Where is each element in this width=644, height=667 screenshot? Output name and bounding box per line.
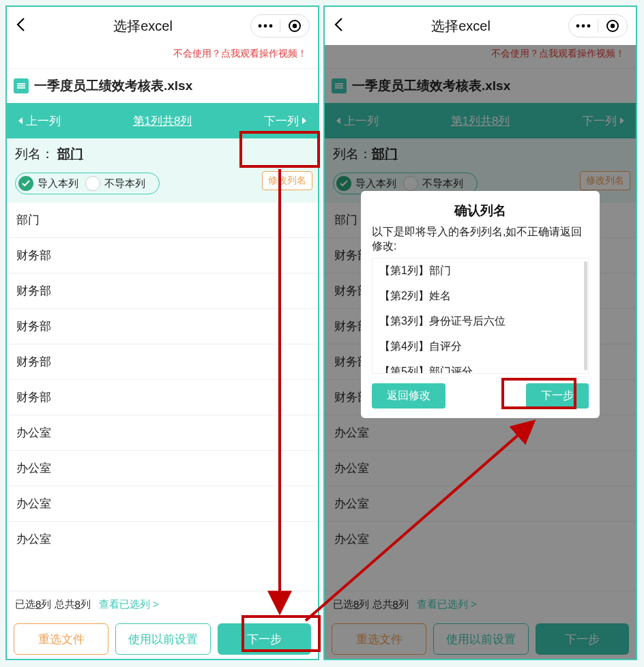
- footer-buttons: 重选文件 使用以前设置 下一步: [7, 623, 318, 655]
- list-item: 【第4列】自评分: [372, 334, 588, 359]
- back-icon[interactable]: [333, 16, 353, 37]
- list-item: 办公室: [7, 522, 318, 556]
- modal-back-button[interactable]: 返回修改: [372, 383, 445, 409]
- import-no-radio[interactable]: 不导本列: [85, 176, 145, 191]
- svg-point-1: [264, 25, 267, 28]
- list-item: 办公室: [7, 451, 318, 486]
- list-item: 财务部: [7, 380, 318, 415]
- svg-point-2: [269, 25, 273, 28]
- next-step-button[interactable]: 下一步: [218, 623, 311, 655]
- more-icon[interactable]: [251, 24, 280, 28]
- column-config: 列名： 部门 导入本列 不导本列 修改列名: [7, 138, 318, 203]
- screen-left: 选择excel 不会使用？点我观看操作视频！ 一季度员工绩效考核表.xlsx 上: [5, 5, 319, 660]
- svg-rect-7: [17, 87, 25, 89]
- list-item: 【第3列】身份证号后六位: [372, 309, 588, 334]
- list-item: 【第1列】部门: [372, 258, 588, 284]
- reselect-file-button[interactable]: 重选文件: [14, 623, 108, 655]
- more-icon[interactable]: [569, 24, 598, 28]
- back-icon[interactable]: [15, 16, 35, 37]
- rename-column-button[interactable]: 修改列名: [262, 171, 312, 190]
- svg-rect-5: [17, 83, 25, 85]
- target-icon[interactable]: [280, 19, 309, 33]
- wx-capsule[interactable]: [568, 14, 628, 38]
- list-item: 财务部: [7, 238, 318, 273]
- data-list: 部门 财务部 财务部 财务部 财务部 财务部 办公室 办公室 办公室 办公室 办…: [7, 203, 318, 556]
- target-icon[interactable]: [598, 19, 627, 33]
- column-nav: 上一列 第1列共8列 下一列: [7, 103, 318, 138]
- modal-title: 确认列名: [372, 202, 589, 220]
- column-label-prefix: 列名：: [15, 147, 54, 161]
- page-title: 选择excel: [35, 17, 250, 35]
- list-item: 财务部: [7, 309, 318, 344]
- svg-point-0: [259, 25, 262, 28]
- file-name: 一季度员工绩效考核表.xlsx: [34, 77, 192, 95]
- import-radio-group: 导入本列 不导本列: [15, 173, 160, 194]
- list-item: 财务部: [7, 273, 318, 309]
- list-item: 办公室: [7, 415, 318, 451]
- modal-columns-list[interactable]: 【第1列】部门 【第2列】姓名 【第3列】身份证号后六位 【第4列】自评分 【第…: [372, 258, 589, 374]
- reuse-settings-button[interactable]: 使用以前设置: [115, 623, 210, 655]
- svg-point-4: [293, 24, 297, 28]
- help-link[interactable]: 不会使用？点我观看操作视频！: [7, 45, 318, 68]
- modal-desc: 以下是即将导入的各列列名,如不正确请返回修改:: [372, 225, 589, 254]
- svg-point-8: [576, 25, 580, 28]
- header-bar: 选择excel: [7, 7, 318, 45]
- svg-rect-6: [17, 85, 25, 87]
- confirm-columns-modal: 确认列名 以下是即将导入的各列列名,如不正确请返回修改: 【第1列】部门 【第2…: [361, 191, 600, 418]
- svg-point-9: [582, 25, 585, 28]
- list-item: 办公室: [7, 486, 318, 522]
- next-column-button[interactable]: 下一列: [253, 113, 318, 129]
- list-item: 财务部: [7, 344, 318, 380]
- prev-column-button[interactable]: 上一列: [7, 113, 72, 129]
- file-icon: [14, 78, 29, 93]
- screen-right: 选择excel 不会使用？点我观看操作视频！ 一季度员工绩效考核表.xlsx 上…: [323, 5, 637, 660]
- list-item: 【第5列】部门评分: [372, 359, 588, 374]
- view-selected-link[interactable]: 查看已选列 >: [99, 598, 159, 610]
- modal-next-button[interactable]: 下一步: [526, 383, 589, 409]
- page-title: 选择excel: [353, 17, 568, 35]
- radio-off-icon: [85, 176, 100, 191]
- import-yes-radio[interactable]: 导入本列: [18, 176, 78, 191]
- wx-capsule[interactable]: [250, 14, 310, 38]
- list-item: 【第2列】姓名: [372, 284, 588, 309]
- footer-status: 已选8列 总共8列 查看已选列 >: [7, 591, 318, 615]
- list-item: 部门: [7, 203, 318, 238]
- column-name: 部门: [57, 147, 83, 161]
- check-icon: [18, 176, 33, 191]
- svg-point-12: [611, 24, 615, 28]
- file-bar: 一季度员工绩效考核表.xlsx: [7, 68, 318, 103]
- svg-point-10: [587, 25, 591, 28]
- column-indicator[interactable]: 第1列共8列: [72, 113, 253, 129]
